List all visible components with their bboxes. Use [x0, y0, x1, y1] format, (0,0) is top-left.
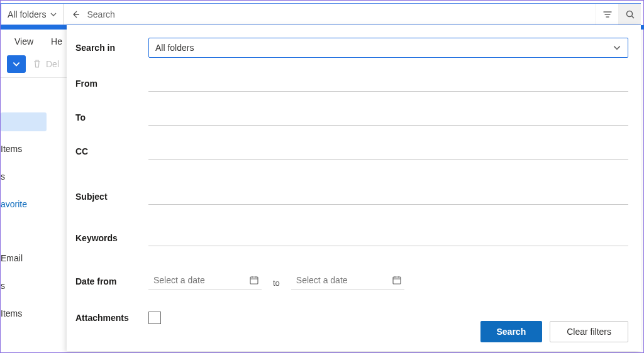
svg-point-0 — [626, 11, 632, 16]
svg-rect-2 — [393, 277, 401, 284]
calendar-icon — [392, 275, 402, 285]
subject-input[interactable] — [148, 188, 628, 205]
search-placeholder: Search — [87, 9, 114, 19]
toolbar-divider — [1, 77, 67, 78]
new-mail-dropdown[interactable] — [7, 55, 26, 73]
sidebar-item[interactable]: Items — [1, 303, 67, 323]
search-scope-label: All folders — [8, 9, 46, 19]
filter-button[interactable] — [596, 4, 618, 24]
sidebar-item[interactable]: s — [1, 166, 67, 187]
search-in-dropdown[interactable]: All folders — [148, 38, 628, 58]
sidebar-item[interactable]: Items — [1, 139, 67, 159]
toolbar-fragment: Del — [1, 55, 67, 73]
tab-view[interactable]: View — [14, 36, 33, 46]
chevron-down-icon — [50, 11, 57, 18]
label-search-in: Search in — [74, 43, 148, 53]
date-from-picker[interactable]: Select a date — [148, 273, 262, 290]
folder-sidebar: Items s avorite Email s Items — [1, 112, 67, 323]
label-keywords: Keywords — [74, 233, 148, 243]
label-subject: Subject — [74, 192, 148, 202]
search-bar-actions — [596, 4, 641, 24]
search-in-value: All folders — [155, 43, 194, 53]
label-date-from: Date from — [74, 276, 148, 286]
label-from: From — [74, 79, 148, 89]
search-icon — [625, 9, 635, 19]
date-to-placeholder: Select a date — [296, 275, 348, 285]
sidebar-item[interactable]: Email — [1, 248, 67, 268]
cc-input[interactable] — [148, 143, 628, 160]
search-submit-button[interactable]: Search — [480, 321, 543, 342]
clear-filters-button[interactable]: Clear filters — [550, 321, 628, 342]
chevron-down-icon — [12, 60, 21, 68]
advanced-search-panel: Search in All folders From To CC Subject — [67, 25, 641, 351]
delete-button-fragment[interactable]: Del — [32, 59, 59, 69]
attachments-checkbox[interactable] — [148, 312, 161, 324]
to-input[interactable] — [148, 109, 628, 126]
back-arrow-icon — [70, 9, 80, 19]
date-to-separator: to — [273, 276, 280, 288]
sidebar-item[interactable]: s — [1, 276, 67, 296]
keywords-input[interactable] — [148, 230, 628, 246]
search-input-zone[interactable]: Search — [64, 4, 596, 24]
app-root: All folders Search View He Del — [0, 0, 644, 353]
sidebar-item-selected[interactable] — [1, 112, 47, 131]
label-cc: CC — [74, 146, 148, 156]
date-to-picker[interactable]: Select a date — [291, 273, 404, 290]
delete-label-fragment: Del — [46, 59, 59, 69]
calendar-icon — [249, 275, 259, 285]
label-attachments: Attachments — [74, 313, 148, 323]
date-from-placeholder: Select a date — [153, 275, 205, 285]
chevron-down-icon — [613, 43, 621, 52]
search-scope-dropdown[interactable]: All folders — [1, 4, 64, 24]
tab-help-fragment[interactable]: He — [51, 36, 62, 46]
filter-icon — [602, 9, 613, 19]
search-bar: All folders Search — [1, 3, 641, 25]
panel-footer: Search Clear filters — [480, 321, 629, 342]
ribbon-tabs: View He — [1, 32, 67, 51]
trash-icon — [32, 59, 42, 69]
sidebar-add-favorite[interactable]: avorite — [1, 194, 67, 214]
from-input[interactable] — [148, 75, 628, 92]
search-button[interactable] — [618, 4, 641, 24]
svg-rect-1 — [250, 277, 258, 284]
label-to: To — [74, 112, 148, 122]
